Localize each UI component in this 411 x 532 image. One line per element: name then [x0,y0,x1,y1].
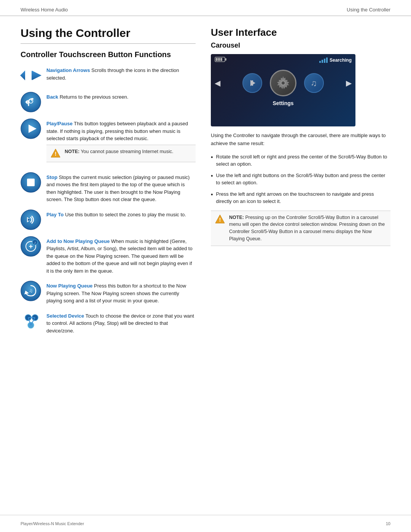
carousel-icons-row: ♫ [242,70,324,96]
play-pause-row: Play/Pause This button toggles between p… [21,118,196,166]
warning-icon: ! [50,148,61,159]
back-row: ↺ Back Returns to the previous screen. [21,92,196,112]
add-queue-text: Add to Now Playing Queue When music is h… [46,236,196,275]
svg-point-8 [21,210,41,230]
play-pause-text: Play/Pause This button toggles between p… [46,118,196,166]
svg-rect-29 [220,58,222,61]
bullet-1-text: Rotate the scroll left or right and pres… [216,153,390,168]
play-pause-note-box: ! NOTE: You cannot pause streaming Inter… [46,145,196,162]
selected-device-text: Selected Device Touch to choose the devi… [46,311,196,335]
svg-rect-28 [218,58,220,61]
carousel-music-icon: ♫ [304,73,324,93]
page-header: Wireless Home Audio Using the Controller [0,0,411,16]
nav-arrows-label: Navigation Arrows [46,67,90,73]
stop-icon [21,172,41,193]
back-text: Back Returns to the previous screen. [46,92,196,101]
selected-device-row: Selected Device Touch to choose the devi… [21,311,196,335]
battery-icon [215,56,227,64]
bullet-item-2: Use the left and right buttons on the Sc… [211,172,390,187]
svg-rect-31 [250,80,252,86]
carousel-icons-area: ◀ [211,66,355,100]
carousel-play-icon [242,73,262,93]
back-label: Back [46,94,58,100]
now-playing-text: Now Playing Queue Press this button for … [46,281,196,305]
carousel-warning-icon: ! [215,214,225,225]
svg-text:!: ! [55,151,57,157]
signal-area: Searching [319,58,352,63]
selected-device-icon [21,311,41,331]
carousel-subtitle: Carousel [211,42,390,50]
main-title: Using the Controller [21,27,196,40]
left-column: Using the Controller Controller Touchscr… [21,16,196,340]
svg-text:!: ! [219,217,221,223]
play-to-text: Play To Use this button to select the zo… [46,209,196,219]
nav-arrows-text: Navigation Arrows Scrolls through the ic… [46,65,196,81]
svg-text:♪: ♪ [34,241,36,244]
page-content: Using the Controller Controller Touchscr… [0,16,411,340]
selected-device-label: Selected Device [46,313,84,319]
carousel-bullets: Rotate the scroll left or right and pres… [211,153,390,205]
bullet-2-text: Use the left and right buttons on the Sc… [216,172,390,187]
add-queue-icon: + ♪ [21,236,41,257]
svg-text:↺: ↺ [28,97,34,105]
bullet-item-1: Rotate the scroll left or right and pres… [211,153,390,168]
play-to-row: Play To Use this button to select the zo… [21,209,196,230]
carousel-image: Searching ◀ [211,54,355,126]
carousel-settings-icon [270,70,296,96]
footer-left: Player/Wireless-N Music Extender [21,521,84,526]
stop-label: Stop [46,174,57,180]
header-right: Using the Controller [347,7,390,13]
now-playing-icon: ♫ [21,281,41,301]
add-queue-label: Add to Now Playing Queue [46,238,110,244]
carousel-description: Using the Controller to navigate through… [211,132,390,148]
stop-text: Stop Stops the current music selection (… [46,172,196,203]
play-to-desc: Use this button to select the zones to p… [64,212,186,217]
carousel-label-text: Settings [211,100,355,109]
stop-row: Stop Stops the current music selection (… [21,172,196,203]
back-icon: ↺ [21,92,41,112]
now-playing-row: ♫ Now Playing Queue Press this button fo… [21,281,196,305]
now-playing-label: Now Playing Queue [46,283,92,289]
carousel-note-box: ! NOTE: Pressing up on the Controller Sc… [211,211,390,246]
play-pause-icon [21,118,41,139]
header-left: Wireless Home Audio [21,7,68,13]
play-pause-label: Play/Pause [46,121,73,126]
stop-desc: Stops the current music selection (playi… [46,174,190,203]
footer-right: 10 [386,521,390,526]
page-footer: Player/Wireless-N Music Extender 10 [0,515,411,532]
title-divider [21,43,196,44]
bullet-item-3: Press the left and right arrows on the t… [211,190,390,205]
carousel-note-text: NOTE: Pressing up on the Controller Scro… [229,214,387,243]
svg-rect-27 [216,58,218,61]
play-to-icon [21,209,41,230]
play-to-label: Play To [46,212,64,217]
signal-bars [319,58,328,63]
carousel-right-arrow: ▶ [346,78,352,88]
add-queue-row: + ♪ Add to Now Playing Queue When music … [21,236,196,275]
carousel-top-bar: Searching [211,54,355,66]
user-interface-title: User Interface [211,27,390,38]
nav-arrows-row: Navigation Arrows Scrolls through the ic… [21,65,196,86]
bullet-3-text: Press the left and right arrows on the t… [216,190,390,205]
carousel-left-arrow: ◀ [215,78,220,88]
svg-rect-32 [252,80,253,86]
svg-rect-26 [225,58,226,61]
nav-arrows-icon [21,65,41,86]
svg-text:♫: ♫ [311,78,317,88]
carousel-note-content: Pressing up on the Controller Scroll/5-W… [229,215,385,241]
svg-text:+: + [29,243,33,250]
carousel-note-label: NOTE: [229,215,244,220]
svg-text:♫: ♫ [29,288,33,294]
searching-label: Searching [330,58,352,63]
section-title: Controller Touchscreen Button Functions [21,50,196,59]
svg-rect-7 [27,179,35,186]
right-column: User Interface Carousel [211,16,390,340]
play-pause-note-text: NOTE: You cannot pause streaming Interne… [65,148,174,155]
back-desc: Returns to the previous screen. [58,94,128,100]
svg-point-35 [282,82,284,84]
